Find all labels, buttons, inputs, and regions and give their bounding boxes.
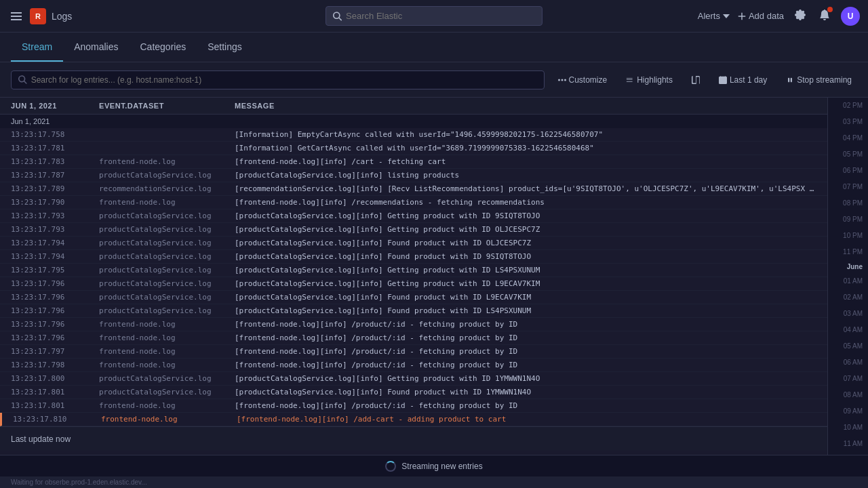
header-actions: Alerts Add data U: [698, 7, 860, 26]
timeline-time[interactable]: 03 AM: [828, 306, 868, 322]
global-search-input[interactable]: [346, 11, 535, 21]
date-range-button[interactable]: Last 1 day: [713, 73, 772, 87]
log-search-input[interactable]: [31, 75, 537, 85]
add-data-button[interactable]: Add data: [738, 11, 784, 21]
timeline-time[interactable]: 07 PM: [828, 179, 868, 195]
settings-icon-button[interactable]: [792, 7, 808, 26]
calendar-icon: [719, 76, 727, 84]
timeline-sidebar[interactable]: 02 PM03 PM04 PM05 PM06 PM07 PM08 PM09 PM…: [827, 98, 868, 455]
timeline-time[interactable]: 10 PM: [828, 228, 868, 244]
log-message: [frontend-node.log][info] /product/:id -…: [235, 347, 816, 356]
log-time: 13:23:17.787: [11, 171, 99, 180]
table-row[interactable]: 13:23:17.797frontend-node.log[frontend-n…: [0, 345, 827, 359]
log-time: 13:23:17.800: [11, 374, 99, 383]
log-dataset: productCatalogService.log: [99, 171, 235, 180]
table-row[interactable]: 13:23:17.800productCatalogService.log[pr…: [0, 372, 827, 386]
log-dataset: productCatalogService.log: [99, 225, 235, 234]
timeline-time[interactable]: 09 AM: [828, 403, 868, 420]
log-time: 13:23:17.796: [11, 306, 99, 315]
timeline-time[interactable]: 10 AM: [828, 420, 868, 436]
timeline-time[interactable]: 08 PM: [828, 195, 868, 211]
timeline-time[interactable]: 04 AM: [828, 322, 868, 338]
log-message: [frontend-node.log][info] /add-cart - ad…: [237, 415, 816, 424]
customize-button[interactable]: Customize: [553, 73, 613, 87]
plus-icon: [738, 12, 746, 20]
log-message: [frontend-node.log][info] /product/:id -…: [235, 401, 816, 410]
main-content: Jun 1, 2021 event.dataset Message Jun 1,…: [0, 98, 868, 455]
hamburger-button[interactable]: [8, 8, 24, 24]
chevron-down-icon: [723, 13, 730, 20]
log-dataset: productCatalogService.log: [99, 211, 235, 220]
streaming-label: Streaming new entries: [401, 462, 482, 471]
table-row[interactable]: 13:23:17.810frontend-node.log[frontend-n…: [0, 413, 827, 426]
timeline-time[interactable]: 09 PM: [828, 211, 868, 228]
log-dataset: productCatalogService.log: [99, 252, 235, 261]
table-row[interactable]: 13:23:17.794productCatalogService.log[pr…: [0, 237, 827, 250]
table-row[interactable]: 13:23:17.796frontend-node.log[frontend-n…: [0, 331, 827, 345]
timeline-time[interactable]: 06 PM: [828, 163, 868, 179]
timeline-time[interactable]: 04 PM: [828, 130, 868, 146]
log-message: [Information] GetCartAsync called with u…: [235, 144, 816, 152]
timeline-month[interactable]: June: [828, 260, 868, 273]
table-row[interactable]: 13:23:17.794productCatalogService.log[pr…: [0, 250, 827, 264]
tab-categories[interactable]: Categories: [130, 33, 197, 62]
log-time: 13:23:17.796: [11, 279, 99, 288]
highlights-button[interactable]: Highlights: [620, 73, 678, 87]
tab-stream[interactable]: Stream: [11, 33, 63, 62]
tab-settings[interactable]: Settings: [197, 33, 253, 62]
table-row[interactable]: 13:23:17.801productCatalogService.log[pr…: [0, 386, 827, 399]
timeline-time[interactable]: 01 AM: [828, 273, 868, 289]
toolbar: Customize Highlights Last 1 day Stop str…: [0, 62, 868, 98]
log-message: [frontend-node.log][info] /product/:id -…: [235, 320, 816, 329]
log-time: 13:23:17.794: [11, 239, 99, 247]
timeline-time[interactable]: 07 AM: [828, 371, 868, 387]
log-dataset: productCatalogService.log: [99, 266, 235, 274]
table-row[interactable]: 13:23:17.790frontend-node.log[frontend-n…: [0, 196, 827, 209]
table-row[interactable]: 13:23:17.796productCatalogService.log[pr…: [0, 277, 827, 291]
space-badge[interactable]: R: [30, 8, 46, 24]
svg-point-5: [564, 79, 566, 81]
table-row[interactable]: 13:23:17.796productCatalogService.log[pr…: [0, 291, 827, 304]
search-icon: [18, 75, 27, 84]
log-dataset: frontend-node.log: [99, 157, 235, 166]
table-row[interactable]: 13:23:17.793productCatalogService.log[pr…: [0, 223, 827, 237]
stop-streaming-button[interactable]: Stop streaming: [781, 73, 857, 87]
timeline-time[interactable]: 02 AM: [828, 289, 868, 306]
log-time: 13:23:17.801: [11, 401, 99, 410]
timeline-time[interactable]: 05 AM: [828, 338, 868, 354]
streaming-spinner: [385, 461, 396, 472]
table-row[interactable]: 13:23:17.789recommendationService.log[re…: [0, 182, 827, 196]
table-row[interactable]: 13:23:17.798frontend-node.log[frontend-n…: [0, 359, 827, 372]
log-dataset: productCatalogService.log: [99, 374, 235, 383]
log-time: 13:23:17.758: [11, 130, 99, 139]
table-row[interactable]: 13:23:17.795productCatalogService.log[pr…: [0, 264, 827, 277]
timeline-time[interactable]: 11 AM: [828, 436, 868, 452]
tab-anomalies[interactable]: Anomalies: [63, 33, 129, 62]
timeline-time[interactable]: 02 PM: [828, 98, 868, 114]
log-message: [frontend-node.log][info] /recommendatio…: [235, 198, 816, 207]
timeline-time[interactable]: 06 AM: [828, 354, 868, 371]
table-row[interactable]: 13:23:17.758[Information] EmptyCartAsync…: [0, 128, 827, 142]
timeline-time[interactable]: 05 PM: [828, 146, 868, 163]
log-dataset: frontend-node.log: [99, 347, 235, 356]
table-row[interactable]: 13:23:17.781[Information] GetCartAsync c…: [0, 142, 827, 155]
table-row[interactable]: 13:23:17.787productCatalogService.log[pr…: [0, 169, 827, 182]
log-container[interactable]: Jun 1, 2021 event.dataset Message Jun 1,…: [0, 98, 827, 455]
notifications-button[interactable]: [816, 7, 833, 26]
timeline-time[interactable]: 11 PM: [828, 244, 868, 260]
columns-button[interactable]: [686, 73, 705, 87]
svg-rect-2: [11, 19, 22, 20]
table-row[interactable]: 13:23:17.796frontend-node.log[frontend-n…: [0, 318, 827, 331]
log-message: [frontend-node.log][info] /product/:id -…: [235, 361, 816, 369]
table-row[interactable]: 13:23:17.793productCatalogService.log[pr…: [0, 209, 827, 223]
table-row[interactable]: 13:23:17.783frontend-node.log[frontend-n…: [0, 155, 827, 169]
log-time: 13:23:17.790: [11, 198, 99, 207]
table-row[interactable]: 13:23:17.801frontend-node.log[frontend-n…: [0, 399, 827, 413]
log-message: [productCatalogService.log][info] Found …: [235, 239, 816, 247]
log-message: [Information] EmptyCartAsync called with…: [235, 130, 816, 139]
timeline-time[interactable]: 03 PM: [828, 114, 868, 130]
timeline-time[interactable]: 08 AM: [828, 387, 868, 403]
user-avatar[interactable]: U: [841, 7, 860, 26]
alerts-button[interactable]: Alerts: [698, 11, 730, 21]
table-row[interactable]: 13:23:17.796productCatalogService.log[pr…: [0, 304, 827, 318]
